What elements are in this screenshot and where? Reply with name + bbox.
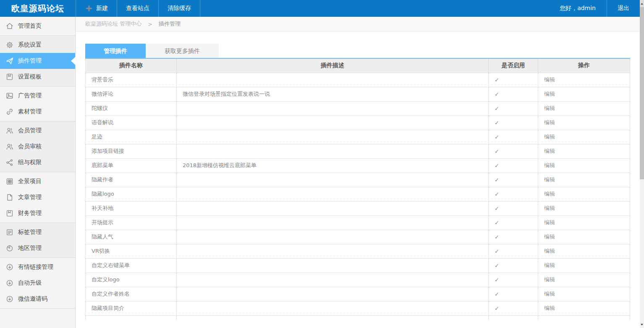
plugin-name-cell: 底部菜单 [86, 158, 177, 173]
edit-link[interactable]: 编辑 [544, 148, 555, 154]
topnav-new-button[interactable]: 新建 [76, 0, 117, 17]
table-row: 隐藏作者✓编辑 [86, 173, 630, 187]
download-icon [5, 295, 14, 303]
sidebar-item-groups-permissions[interactable]: 组与权限 [0, 155, 75, 171]
edit-link[interactable]: 编辑 [544, 91, 555, 97]
sidebar-item-home[interactable]: 管理首页 [0, 18, 75, 34]
check-icon: ✓ [495, 248, 499, 255]
plugin-desc-cell [177, 287, 489, 301]
topnav-label: 新建 [96, 5, 108, 12]
table-row: 自定义右键菜单✓编辑 [86, 258, 630, 273]
table-row: 语音解说✓编辑 [86, 115, 630, 130]
scrollbar-down-button[interactable] [640, 321, 644, 328]
edit-link[interactable]: 编辑 [544, 176, 555, 183]
edit-link[interactable]: 编辑 [544, 305, 555, 311]
sidebar-item-label: 系统设置 [18, 41, 42, 49]
sidebar-item-label: 有情链接管理 [18, 263, 53, 271]
grid-icon [5, 177, 14, 186]
sidebar-item-label: 插件管理 [18, 57, 42, 65]
plugin-table: 插件名称插件描述是否启用操作 背景音乐✓编辑微信评论微信登录对场景指定位置发表说… [85, 58, 630, 320]
check-icon: ✓ [495, 305, 499, 312]
file-icon [5, 193, 14, 202]
sidebar-item-system-settings[interactable]: 系统设置 [0, 37, 75, 53]
send-icon [5, 57, 14, 65]
enabled-cell: ✓ [489, 287, 538, 301]
sidebar-item-wechat-invite-code[interactable]: 微信邀请码 [0, 291, 75, 307]
enabled-cell: ✓ [489, 215, 538, 230]
enabled-cell: ✓ [489, 273, 538, 287]
logout-button[interactable]: 退出 [607, 5, 640, 12]
edit-link[interactable]: 编辑 [544, 291, 555, 297]
share-icon [5, 158, 14, 167]
sidebar-item-label: 广告管理 [18, 92, 42, 100]
edit-link[interactable]: 编辑 [544, 119, 555, 126]
tab-manage-plugins[interactable]: 管理插件 [85, 44, 146, 58]
enabled-cell: ✓ [489, 115, 538, 130]
sidebar-item-finance-management[interactable]: 财务管理 [0, 205, 75, 221]
edit-link[interactable]: 编辑 [544, 262, 555, 268]
sidebar-item-auto-upgrade[interactable]: 自动升级 [0, 275, 75, 291]
sidebar-item-tag-management[interactable]: 标签管理 [0, 224, 75, 240]
main-content: 管理插件获取更多插件 插件名称插件描述是否启用操作 背景音乐✓编辑微信评论微信登… [76, 31, 640, 328]
sidebar-item-article-management[interactable]: 文章管理 [0, 189, 75, 205]
check-icon: ✓ [495, 91, 499, 97]
plugin-name-cell: 微信评论 [86, 87, 177, 101]
sidebar-item-member-review[interactable]: 会员审核 [0, 139, 75, 155]
enabled-cell: ✓ [489, 201, 538, 215]
empty-cell [86, 315, 177, 320]
sidebar-item-friend-links[interactable]: 有情链接管理 [0, 259, 75, 275]
sidebar-item-label: 标签管理 [18, 228, 42, 236]
edit-link[interactable]: 编辑 [544, 162, 555, 168]
sidebar-group: 会员管理会员审核组与权限 [0, 121, 75, 172]
scrollbar-thumb[interactable] [640, 7, 644, 179]
sidebar-item-member-management[interactable]: 会员管理 [0, 123, 75, 139]
action-cell: 编辑 [538, 101, 630, 115]
action-cell: 编辑 [538, 173, 630, 187]
sidebar-item-template-settings[interactable]: 设置模板 [0, 69, 75, 85]
topnav-clear-cache-button[interactable]: 清除缓存 [159, 0, 200, 17]
enabled-cell: ✓ [489, 187, 538, 201]
edit-link[interactable]: 编辑 [544, 76, 555, 83]
sidebar: 管理首页系统设置插件管理设置模板广告管理素材管理会员管理会员审核组与权限全景项目… [0, 17, 76, 328]
sidebar-item-plugin-management[interactable]: 插件管理 [0, 53, 75, 69]
edit-link[interactable]: 编辑 [544, 191, 555, 197]
check-icon: ✓ [495, 277, 499, 283]
sidebar-group: 全景项目文章管理财务管理 [0, 172, 75, 223]
action-cell: 编辑 [538, 144, 630, 158]
action-cell: 编辑 [538, 201, 630, 215]
plugin-desc-cell [177, 215, 489, 230]
sidebar-item-label: 财务管理 [18, 210, 42, 217]
empty-cell [489, 315, 538, 320]
sidebar-item-ad-management[interactable]: 广告管理 [0, 88, 75, 104]
sidebar-item-panorama-projects[interactable]: 全景项目 [0, 173, 75, 189]
sidebar-group: 系统设置插件管理设置模板 [0, 36, 75, 87]
check-icon: ✓ [495, 262, 499, 269]
table-row: 隐藏项目简介✓编辑 [86, 301, 630, 315]
plugin-name-cell: 自定义logo [86, 273, 177, 287]
table-row: 底部菜单2018新增模仿视维云底部菜单✓编辑 [86, 158, 630, 173]
table-header-row: 插件名称插件描述是否启用操作 [86, 58, 630, 73]
tab-get-more-plugins[interactable]: 获取更多插件 [146, 44, 219, 58]
sidebar-item-region-management[interactable]: 地区管理 [0, 240, 75, 256]
edit-link[interactable]: 编辑 [544, 205, 555, 211]
plugin-name-cell: 自定义右键菜单 [86, 258, 177, 273]
breadcrumb-root[interactable]: 欧皇源码论坛 管理中心 [85, 20, 141, 28]
edit-link[interactable]: 编辑 [544, 105, 555, 111]
sidebar-item-label: 设置模板 [18, 73, 42, 81]
edit-link[interactable]: 编辑 [544, 219, 555, 226]
edit-link[interactable]: 编辑 [544, 234, 555, 240]
user-greeting: 您好，admin [549, 5, 607, 12]
edit-link[interactable]: 编辑 [544, 248, 555, 254]
topnav-view-site-button[interactable]: 查看站点 [117, 0, 159, 17]
plugin-name-cell: 语音解说 [86, 115, 177, 130]
sidebar-item-material-management[interactable]: 素材管理 [0, 104, 75, 120]
table-row: 添加项目链接✓编辑 [86, 144, 630, 158]
sidebar-group: 广告管理素材管理 [0, 87, 75, 121]
scrollbar-up-button[interactable] [640, 0, 644, 7]
breadcrumb: 欧皇源码论坛 管理中心 > 插件管理 [76, 17, 640, 31]
plugin-desc-cell: 2018新增模仿视维云底部菜单 [177, 158, 489, 173]
edit-link[interactable]: 编辑 [544, 134, 555, 140]
sidebar-group: 管理首页 [0, 17, 75, 36]
enabled-cell: ✓ [489, 87, 538, 101]
edit-link[interactable]: 编辑 [544, 276, 555, 283]
